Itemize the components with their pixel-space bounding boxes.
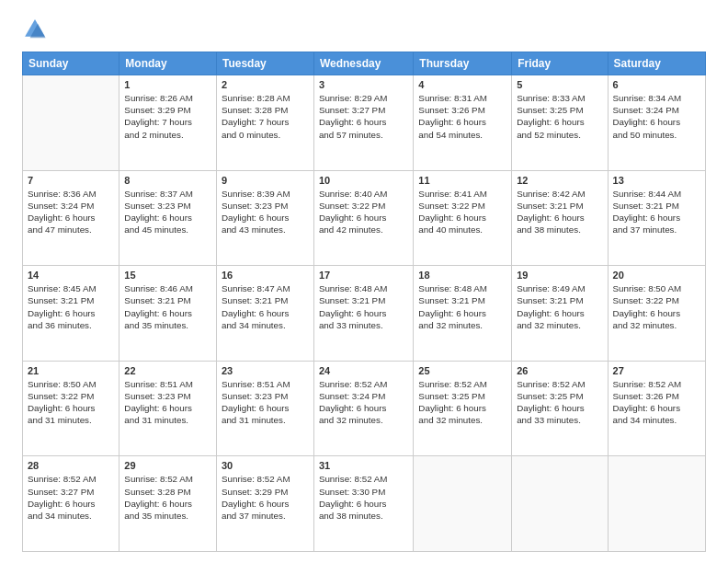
calendar-cell: 19Sunrise: 8:49 AMSunset: 3:21 PMDayligh…: [512, 266, 608, 362]
day-info: Sunrise: 8:41 AMSunset: 3:22 PMDaylight:…: [418, 188, 506, 236]
day-info: Sunrise: 8:51 AMSunset: 3:23 PMDaylight:…: [124, 378, 211, 427]
day-info: Sunrise: 8:37 AMSunset: 3:23 PMDaylight:…: [124, 188, 211, 236]
day-number: 8: [124, 175, 211, 186]
calendar-week-5: 28Sunrise: 8:52 AMSunset: 3:27 PMDayligh…: [23, 456, 706, 552]
day-number: 17: [319, 270, 408, 281]
day-number: 30: [222, 460, 309, 471]
calendar-cell: 9Sunrise: 8:39 AMSunset: 3:23 PMDaylight…: [216, 170, 313, 266]
calendar-cell: 5Sunrise: 8:33 AMSunset: 3:25 PMDaylight…: [512, 75, 608, 171]
calendar-cell: 14Sunrise: 8:45 AMSunset: 3:21 PMDayligh…: [23, 266, 119, 362]
day-info: Sunrise: 8:52 AMSunset: 3:24 PMDaylight:…: [319, 378, 408, 427]
day-number: 6: [613, 79, 700, 90]
calendar-cell: 15Sunrise: 8:46 AMSunset: 3:21 PMDayligh…: [119, 266, 217, 362]
day-number: 14: [28, 270, 114, 281]
day-info: Sunrise: 8:40 AMSunset: 3:22 PMDaylight:…: [319, 188, 408, 236]
day-info: Sunrise: 8:52 AMSunset: 3:29 PMDaylight:…: [222, 473, 309, 522]
day-number: 29: [124, 460, 211, 471]
calendar-header-tuesday: Tuesday: [216, 52, 313, 75]
page: SundayMondayTuesdayWednesdayThursdayFrid…: [0, 0, 728, 563]
calendar-cell: 6Sunrise: 8:34 AMSunset: 3:24 PMDaylight…: [608, 75, 705, 171]
day-info: Sunrise: 8:52 AMSunset: 3:28 PMDaylight:…: [124, 473, 211, 522]
day-info: Sunrise: 8:51 AMSunset: 3:23 PMDaylight:…: [222, 378, 309, 427]
calendar-cell: 24Sunrise: 8:52 AMSunset: 3:24 PMDayligh…: [313, 361, 413, 456]
calendar-cell: 3Sunrise: 8:29 AMSunset: 3:27 PMDaylight…: [313, 75, 413, 171]
day-number: 7: [28, 175, 114, 186]
day-info: Sunrise: 8:48 AMSunset: 3:21 PMDaylight:…: [418, 282, 506, 331]
day-info: Sunrise: 8:50 AMSunset: 3:22 PMDaylight:…: [613, 282, 700, 331]
day-number: 27: [613, 365, 700, 376]
day-info: Sunrise: 8:36 AMSunset: 3:24 PMDaylight:…: [28, 188, 114, 236]
day-number: 21: [28, 365, 114, 376]
day-number: 31: [319, 460, 408, 471]
calendar-week-3: 14Sunrise: 8:45 AMSunset: 3:21 PMDayligh…: [23, 266, 706, 362]
calendar-cell: 11Sunrise: 8:41 AMSunset: 3:22 PMDayligh…: [414, 170, 512, 266]
day-number: 5: [517, 79, 602, 90]
calendar-cell: 18Sunrise: 8:48 AMSunset: 3:21 PMDayligh…: [414, 266, 512, 362]
day-info: Sunrise: 8:50 AMSunset: 3:22 PMDaylight:…: [28, 378, 114, 427]
calendar-cell: 21Sunrise: 8:50 AMSunset: 3:22 PMDayligh…: [23, 361, 119, 456]
day-number: 13: [613, 175, 700, 186]
calendar-cell: 29Sunrise: 8:52 AMSunset: 3:28 PMDayligh…: [119, 456, 217, 552]
day-number: 3: [319, 79, 408, 90]
calendar-cell: 23Sunrise: 8:51 AMSunset: 3:23 PMDayligh…: [216, 361, 313, 456]
calendar-header-saturday: Saturday: [608, 52, 705, 75]
day-number: 28: [28, 460, 114, 471]
day-info: Sunrise: 8:33 AMSunset: 3:25 PMDaylight:…: [517, 92, 602, 141]
calendar-cell: 7Sunrise: 8:36 AMSunset: 3:24 PMDaylight…: [23, 170, 119, 266]
calendar-header-wednesday: Wednesday: [313, 52, 413, 75]
day-info: Sunrise: 8:52 AMSunset: 3:25 PMDaylight:…: [517, 378, 602, 427]
day-info: Sunrise: 8:49 AMSunset: 3:21 PMDaylight:…: [517, 282, 602, 331]
day-info: Sunrise: 8:45 AMSunset: 3:21 PMDaylight:…: [28, 282, 114, 331]
day-info: Sunrise: 8:46 AMSunset: 3:21 PMDaylight:…: [124, 282, 211, 331]
calendar-cell: 25Sunrise: 8:52 AMSunset: 3:25 PMDayligh…: [414, 361, 512, 456]
day-number: 11: [418, 175, 506, 186]
day-number: 2: [222, 79, 309, 90]
day-number: 22: [124, 365, 211, 376]
calendar-cell: 27Sunrise: 8:52 AMSunset: 3:26 PMDayligh…: [608, 361, 705, 456]
day-info: Sunrise: 8:39 AMSunset: 3:23 PMDaylight:…: [222, 188, 309, 236]
day-info: Sunrise: 8:42 AMSunset: 3:21 PMDaylight:…: [517, 188, 602, 236]
calendar-cell: 12Sunrise: 8:42 AMSunset: 3:21 PMDayligh…: [512, 170, 608, 266]
day-info: Sunrise: 8:52 AMSunset: 3:27 PMDaylight:…: [28, 473, 114, 522]
calendar-cell: 30Sunrise: 8:52 AMSunset: 3:29 PMDayligh…: [216, 456, 313, 552]
day-number: 12: [517, 175, 602, 186]
calendar-cell: 1Sunrise: 8:26 AMSunset: 3:29 PMDaylight…: [119, 75, 217, 171]
day-number: 18: [418, 270, 506, 281]
calendar-header-thursday: Thursday: [414, 52, 512, 75]
calendar-cell: 20Sunrise: 8:50 AMSunset: 3:22 PMDayligh…: [608, 266, 705, 362]
calendar-header-friday: Friday: [512, 52, 608, 75]
day-number: 16: [222, 270, 309, 281]
calendar-cell: [414, 456, 512, 552]
calendar-cell: [512, 456, 608, 552]
day-number: 10: [319, 175, 408, 186]
calendar-cell: [608, 456, 705, 552]
calendar-cell: 22Sunrise: 8:51 AMSunset: 3:23 PMDayligh…: [119, 361, 217, 456]
day-info: Sunrise: 8:48 AMSunset: 3:21 PMDaylight:…: [319, 282, 408, 331]
calendar-cell: 31Sunrise: 8:52 AMSunset: 3:30 PMDayligh…: [313, 456, 413, 552]
calendar-cell: 8Sunrise: 8:37 AMSunset: 3:23 PMDaylight…: [119, 170, 217, 266]
day-info: Sunrise: 8:34 AMSunset: 3:24 PMDaylight:…: [613, 92, 700, 141]
calendar-cell: [23, 75, 119, 171]
day-info: Sunrise: 8:44 AMSunset: 3:21 PMDaylight:…: [613, 188, 700, 236]
logo: [22, 17, 51, 42]
day-number: 15: [124, 270, 211, 281]
calendar-cell: 26Sunrise: 8:52 AMSunset: 3:25 PMDayligh…: [512, 361, 608, 456]
calendar-week-1: 1Sunrise: 8:26 AMSunset: 3:29 PMDaylight…: [23, 75, 706, 171]
calendar-cell: 4Sunrise: 8:31 AMSunset: 3:26 PMDaylight…: [414, 75, 512, 171]
calendar-week-4: 21Sunrise: 8:50 AMSunset: 3:22 PMDayligh…: [23, 361, 706, 456]
calendar-header-row: SundayMondayTuesdayWednesdayThursdayFrid…: [23, 52, 706, 75]
day-info: Sunrise: 8:52 AMSunset: 3:25 PMDaylight:…: [418, 378, 506, 427]
day-number: 26: [517, 365, 602, 376]
day-number: 19: [517, 270, 602, 281]
calendar-cell: 28Sunrise: 8:52 AMSunset: 3:27 PMDayligh…: [23, 456, 119, 552]
calendar-cell: 13Sunrise: 8:44 AMSunset: 3:21 PMDayligh…: [608, 170, 705, 266]
day-info: Sunrise: 8:26 AMSunset: 3:29 PMDaylight:…: [124, 92, 211, 141]
calendar-header-sunday: Sunday: [23, 52, 119, 75]
day-number: 25: [418, 365, 506, 376]
day-number: 20: [613, 270, 700, 281]
calendar-header-monday: Monday: [119, 52, 217, 75]
calendar-table: SundayMondayTuesdayWednesdayThursdayFrid…: [22, 52, 706, 552]
day-number: 1: [124, 79, 211, 90]
day-info: Sunrise: 8:47 AMSunset: 3:21 PMDaylight:…: [222, 282, 309, 331]
day-number: 9: [222, 175, 309, 186]
